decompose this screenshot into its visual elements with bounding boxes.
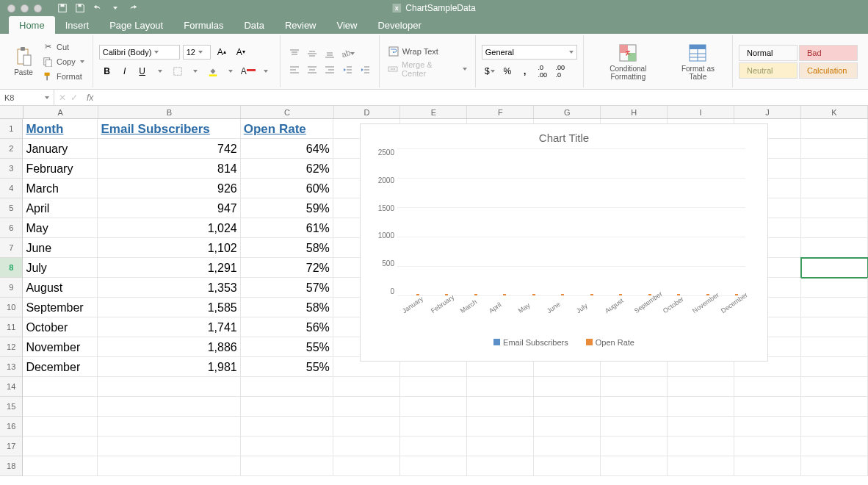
borders-button[interactable] xyxy=(170,64,186,79)
cell-K17[interactable] xyxy=(801,436,868,456)
cell-H16[interactable] xyxy=(601,417,668,436)
cell-H14[interactable] xyxy=(601,377,668,397)
redo-icon[interactable] xyxy=(127,2,139,14)
autosave-icon[interactable] xyxy=(57,2,68,14)
col-header-D[interactable]: D xyxy=(334,106,401,118)
cell-C6[interactable]: 61% xyxy=(241,218,333,238)
cell-B13[interactable]: 1,981 xyxy=(98,357,240,377)
row-header[interactable]: 8 xyxy=(0,258,23,278)
tab-review[interactable]: Review xyxy=(275,16,327,34)
cell-C18[interactable] xyxy=(241,456,333,476)
cell-K8[interactable] xyxy=(801,258,868,278)
embedded-chart[interactable]: Chart Title 25002000150010005000 January… xyxy=(360,123,768,362)
cell-K2[interactable] xyxy=(801,139,868,159)
cell-C16[interactable] xyxy=(241,417,333,436)
enter-formula-icon[interactable]: ✓ xyxy=(70,93,78,103)
cell-G18[interactable] xyxy=(534,456,601,476)
cell-B10[interactable]: 1,585 xyxy=(98,298,240,317)
close-window[interactable] xyxy=(7,4,15,12)
cell-K18[interactable] xyxy=(801,456,868,476)
cell-B12[interactable]: 1,886 xyxy=(98,337,240,357)
conditional-formatting-button[interactable]: ≠ Conditional Formatting xyxy=(590,41,667,82)
cell-B5[interactable]: 947 xyxy=(98,198,240,218)
cell-F18[interactable] xyxy=(467,456,534,476)
cell-I17[interactable] xyxy=(668,436,734,456)
cell-E14[interactable] xyxy=(400,377,467,397)
cell-A4[interactable]: March xyxy=(23,179,98,198)
cell-K5[interactable] xyxy=(801,198,868,218)
row-header[interactable]: 7 xyxy=(0,238,23,258)
cell-A10[interactable]: September xyxy=(23,298,98,317)
cell-K14[interactable] xyxy=(801,377,868,397)
cell-K3[interactable] xyxy=(801,159,868,179)
align-middle-button[interactable] xyxy=(304,46,320,61)
row-header[interactable]: 6 xyxy=(0,218,23,238)
cell-A3[interactable]: February xyxy=(23,159,98,179)
cell-A9[interactable]: August xyxy=(23,278,98,298)
cell-B18[interactable] xyxy=(98,456,240,476)
zoom-window[interactable] xyxy=(34,4,42,12)
cell-A13[interactable]: December xyxy=(23,357,98,377)
cell-B9[interactable]: 1,353 xyxy=(98,278,240,298)
cell-D14[interactable] xyxy=(333,377,400,397)
cell-K11[interactable] xyxy=(801,317,868,337)
tab-view[interactable]: View xyxy=(327,16,368,34)
fill-color-more-button[interactable] xyxy=(223,64,239,79)
font-color-more-button[interactable] xyxy=(258,64,274,79)
cell-H15[interactable] xyxy=(601,397,668,417)
cell-C1[interactable]: Open Rate xyxy=(241,119,333,139)
cell-A1[interactable]: Month xyxy=(23,119,98,139)
save-icon[interactable] xyxy=(74,2,86,14)
cell-D15[interactable] xyxy=(333,397,400,417)
cell-B8[interactable]: 1,291 xyxy=(98,258,240,278)
cell-C11[interactable]: 56% xyxy=(241,317,333,337)
row-header[interactable]: 18 xyxy=(0,456,23,476)
col-header-G[interactable]: G xyxy=(534,106,601,118)
cell-F17[interactable] xyxy=(467,436,534,456)
cell-B17[interactable] xyxy=(98,436,240,456)
underline-button[interactable]: U xyxy=(134,64,151,79)
style-neutral[interactable]: Neutral xyxy=(739,62,798,79)
style-normal[interactable]: Normal xyxy=(739,45,798,61)
row-header[interactable]: 9 xyxy=(0,278,23,298)
cell-J16[interactable] xyxy=(734,417,801,436)
col-header-A[interactable]: A xyxy=(23,106,98,118)
tab-formulas[interactable]: Formulas xyxy=(173,16,234,34)
cell-A12[interactable]: November xyxy=(23,337,98,357)
copy-button[interactable]: Copy xyxy=(40,55,87,68)
col-header-F[interactable]: F xyxy=(467,106,534,118)
undo-icon[interactable] xyxy=(92,2,104,14)
align-bottom-button[interactable] xyxy=(322,46,338,61)
cell-K15[interactable] xyxy=(801,397,868,417)
merge-center-button[interactable]: Merge & Center xyxy=(386,60,469,79)
cell-C14[interactable] xyxy=(241,377,333,397)
cell-K10[interactable] xyxy=(801,298,868,317)
tab-developer[interactable]: Developer xyxy=(367,16,431,34)
row-header[interactable]: 11 xyxy=(0,317,23,337)
cell-D18[interactable] xyxy=(333,456,400,476)
cut-button[interactable]: ✂Cut xyxy=(40,40,87,54)
row-header[interactable]: 13 xyxy=(0,357,23,377)
borders-more-button[interactable] xyxy=(187,64,203,79)
formula-input[interactable] xyxy=(98,90,868,105)
cell-D16[interactable] xyxy=(333,417,400,436)
cell-K7[interactable] xyxy=(801,238,868,258)
decrease-font-button[interactable]: A▾ xyxy=(233,45,249,60)
cell-B11[interactable]: 1,741 xyxy=(98,317,240,337)
cell-E17[interactable] xyxy=(400,436,467,456)
cell-I16[interactable] xyxy=(668,417,734,436)
fill-color-button[interactable] xyxy=(205,64,221,79)
cell-I18[interactable] xyxy=(668,456,734,476)
cell-C8[interactable]: 72% xyxy=(241,258,333,278)
bold-button[interactable]: B xyxy=(99,64,115,79)
cell-E16[interactable] xyxy=(400,417,467,436)
decrease-decimal-button[interactable]: .00.0 xyxy=(552,64,568,79)
cell-B16[interactable] xyxy=(98,417,240,436)
row-header[interactable]: 1 xyxy=(0,119,23,139)
cell-C17[interactable] xyxy=(241,436,333,456)
cell-C3[interactable]: 62% xyxy=(241,159,333,179)
format-painter-button[interactable]: Format xyxy=(40,70,87,83)
cell-B14[interactable] xyxy=(98,377,240,397)
currency-button[interactable]: $ xyxy=(482,64,498,79)
tab-insert[interactable]: Insert xyxy=(55,16,100,34)
